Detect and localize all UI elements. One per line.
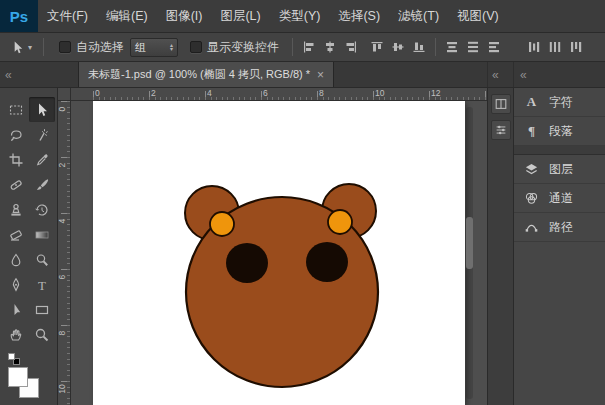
vertical-ruler: 0 2 4 6 8 10 xyxy=(58,101,71,405)
tool-move[interactable] xyxy=(29,97,55,122)
menu-select[interactable]: 选择(S) xyxy=(329,0,389,32)
ruler-number: 4 xyxy=(58,214,67,228)
align-bottom-edges-icon xyxy=(412,40,426,54)
show-transform-checkbox[interactable] xyxy=(190,41,202,53)
menu-edit[interactable]: 编辑(E) xyxy=(97,0,157,32)
expand-dock-icon[interactable]: « xyxy=(492,68,498,82)
tool-brush[interactable] xyxy=(29,172,55,197)
collapsed-panel-button-1[interactable] xyxy=(491,94,511,114)
tool-magic-wand[interactable] xyxy=(29,122,55,147)
panel-label-layers: 图层 xyxy=(549,161,573,178)
vertical-scrollbar[interactable] xyxy=(466,107,473,399)
tool-history-brush[interactable] xyxy=(29,197,55,222)
panel-group-divider xyxy=(514,146,605,155)
menu-file[interactable]: 文件(F) xyxy=(38,0,97,32)
align-horizontal-centers-button[interactable] xyxy=(321,38,339,56)
distribute-horizontal-group xyxy=(525,38,585,56)
panel-button-layers[interactable]: 图层 xyxy=(514,155,605,184)
document-tab[interactable]: 未标题-1.psd @ 100% (椭圆 4 拷贝, RGB/8) * × xyxy=(78,62,334,87)
align-right-edges-button[interactable] xyxy=(342,38,360,56)
tool-crop[interactable] xyxy=(3,147,29,172)
spot-healing-brush-icon xyxy=(8,177,24,193)
menu-type[interactable]: 类型(Y) xyxy=(270,0,330,32)
distribute-vertical-centers-button[interactable] xyxy=(464,38,482,56)
scrollbar-thumb[interactable] xyxy=(466,217,473,269)
character-panel-icon: A xyxy=(523,94,540,110)
collapsed-panel-button-2[interactable] xyxy=(491,120,511,140)
panel-button-paragraph[interactable]: ¶ 段落 xyxy=(514,117,605,146)
separator xyxy=(435,38,436,56)
menu-image[interactable]: 图像(I) xyxy=(157,0,212,32)
collapsed-dock-header: « xyxy=(487,62,513,87)
auto-select-target-dropdown[interactable]: 组 ▴▾ xyxy=(130,38,178,57)
chevron-down-icon: ▾ xyxy=(28,43,32,52)
distribute-bottom-edges-button[interactable] xyxy=(485,38,503,56)
panel-button-channels[interactable]: 通道 xyxy=(514,184,605,213)
svg-text:T: T xyxy=(38,277,46,292)
align-vertical-centers-button[interactable] xyxy=(389,38,407,56)
tool-pen[interactable] xyxy=(3,272,29,297)
tool-dodge[interactable] xyxy=(29,247,55,272)
align-horizontal-group xyxy=(300,38,360,56)
tool-preset-picker[interactable]: ▾ xyxy=(6,38,36,57)
tool-zoom[interactable] xyxy=(29,322,55,347)
ruler-number: 0 xyxy=(95,88,100,98)
ruler-number: 2 xyxy=(151,88,156,98)
ruler-number: 6 xyxy=(58,270,67,284)
align-left-edges-button[interactable] xyxy=(300,38,318,56)
tool-eraser[interactable] xyxy=(3,222,29,247)
tool-shape[interactable] xyxy=(29,297,55,322)
ruler-number: 10 xyxy=(58,382,67,396)
tool-lasso[interactable] xyxy=(3,122,29,147)
panel-button-paths[interactable]: 路径 xyxy=(514,213,605,242)
tools-panel: T xyxy=(0,88,58,405)
menu-bar: Ps 文件(F) 编辑(E) 图像(I) 图层(L) 类型(Y) 选择(S) 滤… xyxy=(0,0,605,33)
tool-rectangular-marquee[interactable] xyxy=(3,97,29,122)
tool-type[interactable]: T xyxy=(29,272,55,297)
distribute-top-edges-button[interactable] xyxy=(443,38,461,56)
distribute-left-edges-button[interactable] xyxy=(525,38,543,56)
panel-button-character[interactable]: A 字符 xyxy=(514,88,605,117)
show-transform-label: 显示变换控件 xyxy=(207,39,279,56)
foreground-color-swatch[interactable] xyxy=(8,367,28,387)
tool-clone-stamp[interactable] xyxy=(3,197,29,222)
tool-spot-healing-brush[interactable] xyxy=(3,172,29,197)
distribute-horizontal-centers-button[interactable] xyxy=(546,38,564,56)
auto-select-checkbox[interactable] xyxy=(59,41,71,53)
ruler-corner xyxy=(58,88,71,101)
tab-area: 未标题-1.psd @ 100% (椭圆 4 拷贝, RGB/8) * × xyxy=(58,62,487,87)
menu-view[interactable]: 视图(V) xyxy=(448,0,508,32)
align-horizontal-centers-icon xyxy=(323,40,337,54)
document-canvas[interactable] xyxy=(93,101,465,405)
horizontal-ruler: 0 2 4 6 8 10 12 xyxy=(71,88,487,101)
distribute-horizontal-centers-icon xyxy=(548,40,562,54)
ruler-number: 10 xyxy=(375,88,384,98)
pen-icon xyxy=(8,277,24,293)
tool-path-selection[interactable] xyxy=(3,297,29,322)
close-tab-icon[interactable]: × xyxy=(317,68,324,82)
default-colors-icon[interactable] xyxy=(8,353,20,365)
tool-hand[interactable] xyxy=(3,322,29,347)
tool-gradient[interactable] xyxy=(29,222,55,247)
toolbar-dock-header: « xyxy=(0,62,58,87)
blur-icon xyxy=(8,252,24,268)
tool-eyedropper[interactable] xyxy=(29,147,55,172)
color-swatch-zone xyxy=(8,353,57,399)
auto-select-label: 自动选择 xyxy=(76,39,124,56)
separator xyxy=(292,38,293,56)
move-tool-icon xyxy=(34,102,50,118)
tool-blur[interactable] xyxy=(3,247,29,272)
type-tool-icon: T xyxy=(34,277,50,293)
eraser-icon xyxy=(8,227,24,243)
menu-filter[interactable]: 滤镜(T) xyxy=(389,0,448,32)
collapse-panels-icon[interactable]: « xyxy=(520,68,526,82)
distribute-right-edges-button[interactable] xyxy=(567,38,585,56)
align-top-edges-button[interactable] xyxy=(368,38,386,56)
menu-layer[interactable]: 图层(L) xyxy=(211,0,269,32)
move-tool-icon xyxy=(10,40,25,55)
panel-label-paths: 路径 xyxy=(549,219,573,236)
collapse-toolbar-icon[interactable]: « xyxy=(5,68,11,82)
align-bottom-edges-button[interactable] xyxy=(410,38,428,56)
columns-panel-icon xyxy=(494,97,508,111)
ruler-number: 2 xyxy=(58,158,67,172)
